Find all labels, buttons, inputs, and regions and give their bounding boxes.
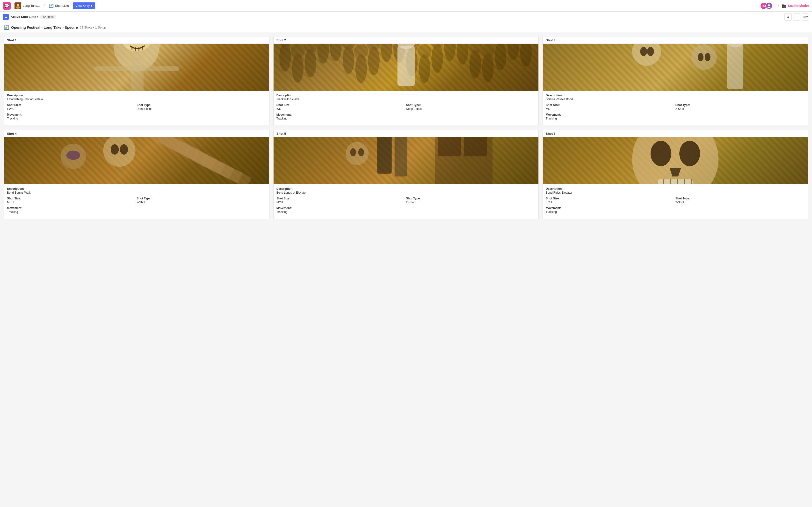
svg-point-29 <box>342 44 355 49</box>
sb-icon: 🎬 <box>781 3 786 8</box>
svg-point-26 <box>330 44 342 61</box>
shot-card-header: Shot 6 <box>543 130 808 137</box>
svg-point-46 <box>457 44 468 65</box>
nav-more-menu[interactable]: ··· <box>774 3 779 8</box>
shot-type-value: Deep Focus <box>137 107 266 111</box>
shot-type-label: Shot Type: <box>137 103 266 107</box>
project-icon <box>14 2 21 9</box>
top-nav: 💬 Long Take... / 🔄 Shot Lists View Only … <box>0 0 812 12</box>
svg-point-4 <box>767 7 770 8</box>
movement-label: Movement: <box>546 207 675 210</box>
shot-size-col: Shot Size: MCU Movement: Tracking <box>7 197 137 216</box>
shotlists-label: Shot Lists <box>55 4 69 7</box>
shot-type-col: Shot Type: 2-Shot <box>137 197 266 216</box>
svg-point-93 <box>632 137 719 184</box>
svg-rect-88 <box>394 137 407 176</box>
shot-size-value: EWS <box>7 107 137 111</box>
nav-shotlists[interactable]: 🔄 Shot Lists <box>47 2 71 9</box>
svg-point-3 <box>768 4 770 6</box>
shot-size-label: Shot Size: <box>7 103 137 107</box>
movement-label: Movement: <box>546 113 675 116</box>
download-icon: ⬇ <box>786 15 790 19</box>
shot-image-container <box>4 137 269 184</box>
description-value: Bond Lands at Elevator <box>276 191 536 194</box>
shot-type-value: Deep Focus <box>406 107 536 111</box>
shot-size-value: WS <box>276 107 406 111</box>
viewonly-button[interactable]: View Only ▾ <box>73 2 95 9</box>
shot-type-label: Shot Type: <box>406 103 536 107</box>
movement-value: Tracking <box>7 210 137 214</box>
scene-title: Opening Festival - Long Take - Spectre <box>11 25 78 30</box>
shot-card-body: Description: Sciarra Passes Bond Shot Si… <box>543 91 808 125</box>
more-options-button[interactable]: ··· <box>793 13 800 20</box>
movement-label: Movement: <box>276 207 406 210</box>
movement-value: Tracking <box>546 210 675 214</box>
svg-point-44 <box>444 44 456 61</box>
movement-label: Movement: <box>7 207 137 210</box>
svg-point-56 <box>520 44 532 67</box>
svg-point-70 <box>103 137 136 167</box>
shot-type-label: Shot Type: <box>675 197 805 200</box>
active-shotlists-selector[interactable]: Active Shot Lists ▾ <box>11 15 38 18</box>
svg-rect-84 <box>438 137 461 157</box>
shot-size-label: Shot Size: <box>546 103 675 107</box>
svg-point-92 <box>358 148 364 156</box>
shots-count-badge: 12 shots <box>40 15 56 19</box>
svg-point-30 <box>355 54 367 83</box>
shot-card-1: Shot 1 <box>4 36 269 126</box>
movement-label: Movement: <box>276 113 406 116</box>
svg-point-32 <box>368 46 379 75</box>
scene-icon: 🔄 <box>4 24 9 30</box>
svg-point-62 <box>647 47 654 56</box>
app-logo[interactable]: 💬 <box>3 2 11 10</box>
shot-image-container <box>273 44 539 91</box>
shot-type-label: Shot Type: <box>137 197 266 200</box>
svg-point-41 <box>418 44 432 58</box>
svg-point-40 <box>418 54 430 83</box>
shot-type-value: 2-Shot <box>137 201 266 204</box>
shot-card-body: Description: Track with Sciarra Shot Siz… <box>273 91 539 125</box>
shot-size-col: Shot Size: EWS Movement: Tracking <box>7 103 137 123</box>
svg-point-34 <box>380 44 392 62</box>
shot-card-body: Description: Bond Lands at Elevator Shot… <box>273 184 539 219</box>
shot-type-col: Shot Type: 2-Shot <box>406 197 536 216</box>
svg-point-61 <box>640 47 647 56</box>
description-value: Bond Begins Walk <box>7 191 266 194</box>
shot-card-header: Shot 4 <box>4 130 269 137</box>
download-button[interactable]: ⬇ <box>784 13 792 20</box>
svg-rect-16 <box>131 57 143 91</box>
project-name: Long Take... <box>23 4 40 7</box>
svg-point-72 <box>120 145 128 155</box>
shot-size-label: Shot Size: <box>276 103 406 107</box>
svg-line-80 <box>203 160 249 183</box>
svg-point-19 <box>278 44 292 47</box>
svg-point-52 <box>495 44 506 70</box>
svg-point-18 <box>279 44 291 71</box>
svg-point-48 <box>469 50 481 78</box>
description-label: Description: <box>276 94 536 97</box>
shot-type-col: Shot Type: 2-Shot <box>675 103 805 123</box>
svg-point-22 <box>305 49 316 77</box>
avatar-user2[interactable] <box>765 2 773 9</box>
shot-image-container <box>543 137 808 184</box>
toolbar: ☰ Active Shot Lists ▾ 12 shots ⬇ ··· ⊞▾ <box>0 12 812 22</box>
svg-point-20 <box>292 54 304 82</box>
shot-fields-row: Shot Size: MS Movement: Tracking Shot Ty… <box>546 103 805 123</box>
shot-type-value: 2-Shot <box>675 107 805 111</box>
description-value: Track with Sciarra <box>276 98 536 101</box>
svg-point-91 <box>350 148 356 156</box>
svg-point-42 <box>432 44 443 73</box>
svg-rect-86 <box>377 137 392 174</box>
shot-fields-row: Shot Size: MCU Movement: Tracking Shot T… <box>276 197 536 216</box>
svg-point-60 <box>632 44 661 66</box>
shot-card-4: Shot 4 Description: Bond Begins Walk Sho… <box>4 130 269 219</box>
logo-icon: 💬 <box>4 3 9 8</box>
svg-point-2 <box>16 6 20 9</box>
movement-value: Tracking <box>276 117 406 120</box>
grid-view-button[interactable]: ⊞▾ <box>802 13 809 20</box>
shot-size-label: Shot Size: <box>7 197 137 200</box>
svg-point-94 <box>651 141 671 166</box>
project-selector[interactable]: Long Take... <box>12 1 42 10</box>
svg-point-33 <box>367 44 380 50</box>
studiobinder-link[interactable]: 🎬 StudioBinder <box>781 3 809 8</box>
